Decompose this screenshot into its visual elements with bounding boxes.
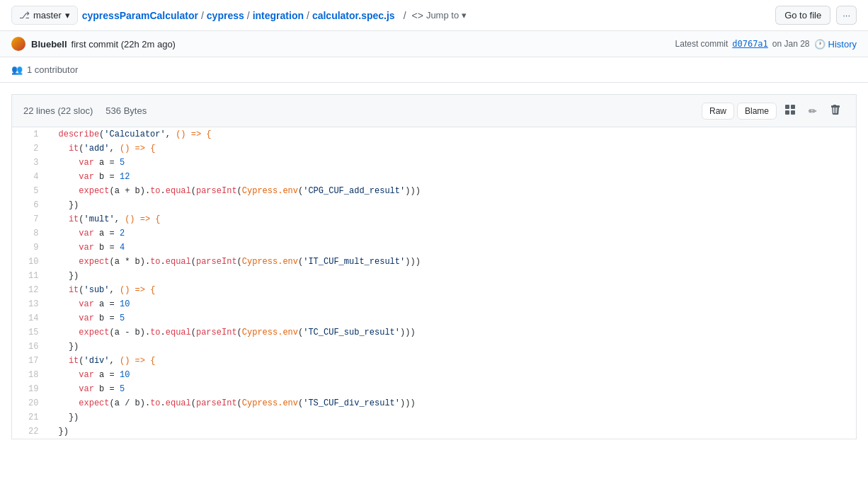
table-row: 6 }) bbox=[12, 198, 857, 212]
line-number[interactable]: 6 bbox=[12, 198, 47, 212]
line-number[interactable]: 16 bbox=[12, 340, 47, 354]
cypress-link[interactable]: cypress bbox=[207, 10, 244, 21]
edit-button[interactable]: ✏ bbox=[804, 102, 822, 120]
code-icon: <> bbox=[412, 10, 423, 21]
chevron-down-icon: ▾ bbox=[65, 10, 70, 21]
display-button[interactable] bbox=[780, 100, 801, 121]
table-row: 3 var a = 5 bbox=[12, 156, 857, 170]
line-number[interactable]: 1 bbox=[12, 127, 47, 142]
line-number[interactable]: 12 bbox=[12, 283, 47, 297]
svg-rect-1 bbox=[791, 105, 795, 109]
line-code: it('add', () => { bbox=[47, 142, 857, 156]
contributors-icon: 👥 bbox=[11, 64, 23, 75]
line-code: var b = 12 bbox=[47, 170, 857, 184]
line-number[interactable]: 2 bbox=[12, 142, 47, 156]
file-header: 22 lines (22 sloc) 536 Bytes Raw Blame ✏ bbox=[11, 94, 857, 127]
line-number[interactable]: 19 bbox=[12, 382, 47, 396]
line-code: var a = 5 bbox=[47, 156, 857, 170]
branch-icon: ⎇ bbox=[19, 10, 30, 21]
raw-button[interactable]: Raw bbox=[702, 103, 734, 120]
svg-rect-2 bbox=[785, 110, 789, 115]
breadcrumb: cypressParamCalculator / cypress / integ… bbox=[82, 10, 771, 21]
branch-name: master bbox=[33, 10, 62, 21]
line-code: var a = 2 bbox=[47, 226, 857, 241]
line-code: var b = 4 bbox=[47, 241, 857, 255]
line-number[interactable]: 22 bbox=[12, 425, 47, 439]
table-row: 1describe('Calculator', () => { bbox=[12, 127, 857, 142]
content-area: 22 lines (22 sloc) 536 Bytes Raw Blame ✏… bbox=[0, 94, 868, 451]
table-row: 22}) bbox=[12, 425, 857, 439]
branch-selector[interactable]: ⎇ master ▾ bbox=[11, 6, 78, 25]
file-info: 22 lines (22 sloc) 536 Bytes bbox=[23, 105, 147, 116]
line-code: var a = 10 bbox=[47, 297, 857, 311]
table-row: 17 it('div', () => { bbox=[12, 354, 857, 368]
line-number[interactable]: 7 bbox=[12, 212, 47, 226]
line-number[interactable]: 11 bbox=[12, 269, 47, 283]
file-size: 536 Bytes bbox=[105, 105, 147, 116]
line-code: var b = 5 bbox=[47, 382, 857, 396]
username[interactable]: Bluebell bbox=[31, 39, 67, 50]
integration-link[interactable]: integration bbox=[253, 10, 304, 21]
line-code: expect(a - b).to.equal(parseInt(Cypress.… bbox=[47, 325, 857, 340]
table-row: 4 var b = 12 bbox=[12, 170, 857, 184]
blame-button[interactable]: Blame bbox=[737, 103, 777, 120]
table-row: 20 expect(a / b).to.equal(parseInt(Cypre… bbox=[12, 396, 857, 410]
avatar bbox=[11, 37, 25, 51]
commit-user: Bluebell first commit (22h 2m ago) bbox=[11, 37, 176, 51]
line-code: it('div', () => { bbox=[47, 354, 857, 368]
line-number[interactable]: 4 bbox=[12, 170, 47, 184]
line-number[interactable]: 20 bbox=[12, 396, 47, 410]
table-row: 5 expect(a + b).to.equal(parseInt(Cypres… bbox=[12, 184, 857, 198]
table-row: 13 var a = 10 bbox=[12, 297, 857, 311]
history-icon: 🕐 bbox=[814, 39, 826, 50]
line-number[interactable]: 3 bbox=[12, 156, 47, 170]
line-code: }) bbox=[47, 425, 857, 439]
commit-sha[interactable]: d0767a1 bbox=[732, 39, 768, 49]
line-code: var b = 5 bbox=[47, 311, 857, 325]
jump-to-label: Jump to bbox=[426, 10, 459, 21]
line-number[interactable]: 5 bbox=[12, 184, 47, 198]
history-label: History bbox=[828, 39, 857, 50]
table-row: 16 }) bbox=[12, 340, 857, 354]
file-actions: Raw Blame ✏ bbox=[702, 100, 845, 121]
table-row: 10 expect(a * b).to.equal(parseInt(Cypre… bbox=[12, 255, 857, 269]
commit-user-info: Bluebell first commit (22h 2m ago) bbox=[31, 39, 176, 50]
line-number[interactable]: 10 bbox=[12, 255, 47, 269]
jump-to[interactable]: Jump to ▾ bbox=[426, 10, 467, 21]
line-number[interactable]: 8 bbox=[12, 226, 47, 241]
table-row: 19 var b = 5 bbox=[12, 382, 857, 396]
top-bar: ⎇ master ▾ cypressParamCalculator / cypr… bbox=[0, 0, 868, 31]
jump-to-chevron: ▾ bbox=[462, 10, 467, 21]
line-number[interactable]: 17 bbox=[12, 354, 47, 368]
jump-to-sep: / bbox=[404, 10, 406, 21]
commit-date: on Jan 28 bbox=[772, 39, 810, 49]
table-row: 7 it('mult', () => { bbox=[12, 212, 857, 226]
line-code: }) bbox=[47, 410, 857, 425]
line-number[interactable]: 18 bbox=[12, 368, 47, 382]
line-number[interactable]: 14 bbox=[12, 311, 47, 325]
history-button[interactable]: 🕐 History bbox=[814, 39, 857, 50]
line-code: describe('Calculator', () => { bbox=[47, 127, 857, 142]
line-code: expect(a * b).to.equal(parseInt(Cypress.… bbox=[47, 255, 857, 269]
table-row: 14 var b = 5 bbox=[12, 311, 857, 325]
table-row: 15 expect(a - b).to.equal(parseInt(Cypre… bbox=[12, 325, 857, 340]
code-table: 1describe('Calculator', () => {2 it('add… bbox=[11, 127, 857, 439]
table-row: 8 var a = 2 bbox=[12, 226, 857, 241]
line-number[interactable]: 9 bbox=[12, 241, 47, 255]
line-number[interactable]: 21 bbox=[12, 410, 47, 425]
go-to-file-button[interactable]: Go to file bbox=[775, 6, 830, 25]
line-number[interactable]: 13 bbox=[12, 297, 47, 311]
more-options-button[interactable]: ··· bbox=[836, 6, 857, 25]
line-number[interactable]: 15 bbox=[12, 325, 47, 340]
commit-right: Latest commit d0767a1 on Jan 28 🕐 Histor… bbox=[675, 39, 857, 50]
table-row: 21 }) bbox=[12, 410, 857, 425]
commit-message: first commit (22h 2m ago) bbox=[72, 39, 176, 50]
delete-button[interactable] bbox=[825, 100, 845, 121]
line-code: }) bbox=[47, 269, 857, 283]
breadcrumb-sep-1: / bbox=[201, 10, 204, 21]
latest-commit-text: Latest commit bbox=[675, 39, 729, 49]
file-link[interactable]: calculator.spec.js bbox=[312, 10, 395, 21]
repo-link[interactable]: cypressParamCalculator bbox=[82, 10, 198, 21]
table-row: 2 it('add', () => { bbox=[12, 142, 857, 156]
table-row: 18 var a = 10 bbox=[12, 368, 857, 382]
